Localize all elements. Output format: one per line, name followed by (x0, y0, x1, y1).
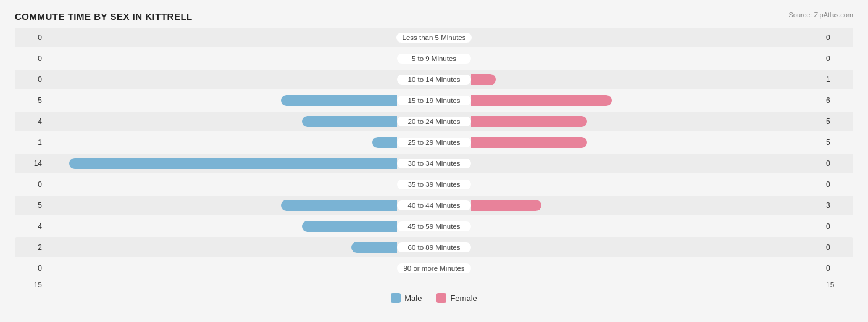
chart-row: 125 to 29 Minutes5 (15, 133, 853, 152)
male-value: 0 (15, 75, 44, 84)
chart-row: 035 to 39 Minutes0 (15, 175, 853, 194)
male-value: 14 (15, 159, 44, 168)
male-bar (372, 137, 397, 148)
chart-container: COMMUTE TIME BY SEX IN KITTRELL Source: … (0, 0, 868, 314)
row-label: 35 to 39 Minutes (397, 180, 471, 189)
bars-area: 90 or more Minutes (44, 258, 824, 278)
female-value: 6 (824, 96, 853, 105)
male-bar (281, 95, 397, 106)
source-label: Source: ZipAtlas.com (788, 11, 853, 19)
bars-area: 10 to 14 Minutes (44, 70, 824, 89)
female-bar (471, 95, 612, 106)
row-label: 10 to 14 Minutes (397, 75, 471, 85)
legend: Male Female (15, 293, 853, 303)
male-value: 0 (15, 54, 44, 63)
row-label: 20 to 24 Minutes (397, 117, 471, 126)
chart-row: 445 to 59 Minutes0 (15, 217, 853, 236)
chart-row: 515 to 19 Minutes6 (15, 91, 853, 110)
bars-area: 30 to 34 Minutes (44, 154, 824, 173)
male-bar (281, 200, 397, 211)
female-value: 0 (824, 222, 853, 231)
chart-title: COMMUTE TIME BY SEX IN KITTRELL (15, 11, 853, 22)
female-bar (471, 137, 587, 148)
female-value: 5 (824, 117, 853, 126)
bars-area: 40 to 44 Minutes (44, 196, 824, 215)
female-value: 0 (824, 33, 853, 42)
chart-body: 0Less than 5 Minutes005 to 9 Minutes0010… (15, 28, 853, 278)
female-value: 0 (824, 243, 853, 252)
male-value: 5 (15, 96, 44, 105)
chart-row: 420 to 24 Minutes5 (15, 112, 853, 131)
row-label: Less than 5 Minutes (396, 33, 472, 43)
male-value: 4 (15, 222, 44, 231)
male-swatch (391, 293, 401, 303)
bars-area: 35 to 39 Minutes (44, 175, 824, 194)
male-value: 4 (15, 117, 44, 126)
female-bar (471, 200, 541, 211)
male-value: 0 (15, 33, 44, 42)
bars-area: 25 to 29 Minutes (44, 133, 824, 152)
male-value: 0 (15, 264, 44, 273)
female-value: 0 (824, 54, 853, 63)
axis-row: 15 15 (15, 281, 853, 289)
female-value: 5 (824, 138, 853, 147)
male-value: 0 (15, 180, 44, 189)
axis-left: 15 (15, 281, 44, 289)
bars-area: Less than 5 Minutes (44, 28, 824, 47)
row-label: 60 to 89 Minutes (397, 242, 471, 252)
male-bar (302, 116, 397, 127)
axis-right: 15 (824, 281, 853, 289)
female-bar (471, 116, 587, 127)
legend-male-label: Male (404, 294, 422, 303)
male-bar (351, 242, 397, 253)
bars-area: 60 to 89 Minutes (44, 237, 824, 257)
female-bar (471, 74, 496, 85)
bars-area: 45 to 59 Minutes (44, 217, 824, 236)
chart-row: 540 to 44 Minutes3 (15, 196, 853, 215)
male-bar (69, 158, 397, 169)
row-label: 5 to 9 Minutes (397, 54, 471, 64)
female-swatch (436, 293, 446, 303)
female-value: 0 (824, 180, 853, 189)
male-value: 2 (15, 243, 44, 252)
row-label: 15 to 19 Minutes (397, 96, 471, 105)
bars-area: 20 to 24 Minutes (44, 112, 824, 131)
male-value: 5 (15, 201, 44, 210)
chart-row: 0Less than 5 Minutes0 (15, 28, 853, 47)
row-label: 25 to 29 Minutes (397, 138, 471, 147)
female-value: 1 (824, 75, 853, 84)
row-label: 45 to 59 Minutes (397, 221, 471, 231)
chart-row: 05 to 9 Minutes0 (15, 49, 853, 68)
female-value: 0 (824, 264, 853, 273)
bars-area: 5 to 9 Minutes (44, 49, 824, 68)
legend-female: Female (436, 293, 477, 303)
legend-male: Male (391, 293, 422, 303)
chart-row: 090 or more Minutes0 (15, 258, 853, 278)
chart-row: 010 to 14 Minutes1 (15, 70, 853, 89)
bars-area: 15 to 19 Minutes (44, 91, 824, 110)
female-value: 0 (824, 159, 853, 168)
female-value: 3 (824, 201, 853, 210)
chart-row: 1430 to 34 Minutes0 (15, 154, 853, 173)
male-bar (302, 221, 397, 232)
row-label: 30 to 34 Minutes (397, 159, 471, 168)
male-value: 1 (15, 138, 44, 147)
chart-row: 260 to 89 Minutes0 (15, 237, 853, 257)
legend-female-label: Female (450, 294, 477, 303)
row-label: 90 or more Minutes (397, 263, 471, 273)
row-label: 40 to 44 Minutes (397, 200, 471, 210)
